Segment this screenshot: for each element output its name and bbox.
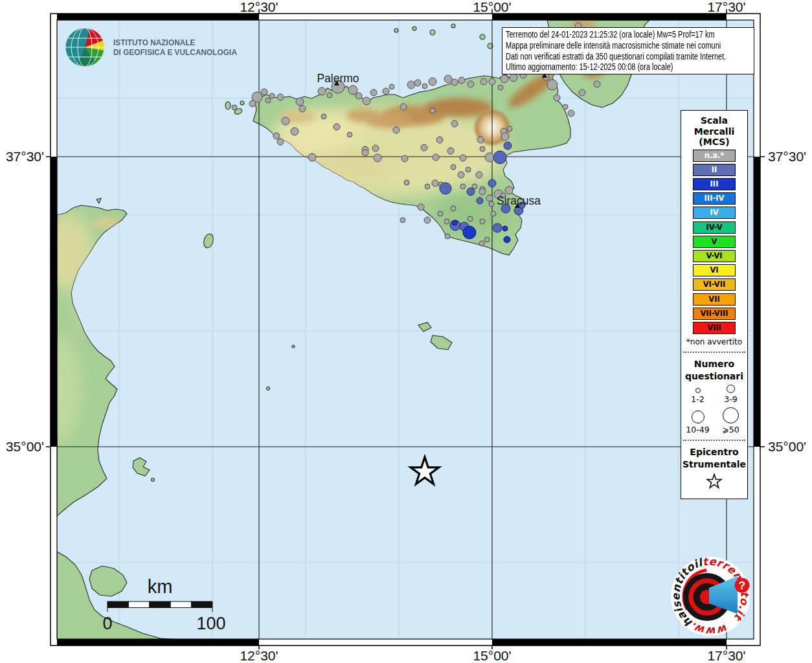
intensity-dot-na xyxy=(277,139,284,145)
mcs-scale-swatches: n.a.*IIIIIIII-IVIVIV-VVV-VIVIVI-VIIVIIVI… xyxy=(681,150,747,334)
ingv-line2: DI GEOFISICA E VULCANOLOGIA xyxy=(113,47,237,58)
intensity-dot-na xyxy=(501,133,509,140)
mcs-swatch-iiiiv: III-IV xyxy=(693,192,736,205)
legend-divider xyxy=(683,352,745,353)
size-circle-icon xyxy=(723,407,739,423)
intensity-dot-III xyxy=(502,226,508,231)
intensity-dot-na xyxy=(480,219,485,224)
scalebar-unit: km xyxy=(148,576,173,597)
intensity-dot-na xyxy=(476,172,482,178)
marettimo-island xyxy=(225,102,231,109)
size-circle-icon xyxy=(727,385,735,393)
mcs-swatch-iv: IV xyxy=(693,207,736,219)
intensity-dot-na xyxy=(460,184,466,189)
intensity-dot-na xyxy=(563,104,568,109)
mcs-swatch-viiviii: VII-VIII xyxy=(693,308,736,320)
mcs-swatch-viii: VIII xyxy=(693,322,736,334)
epicenter-title: Epicentro Strumentale xyxy=(681,446,747,471)
epicenter-title-line: Strumentale xyxy=(681,458,747,471)
intensity-dot-na xyxy=(418,204,424,210)
intensity-dot-na xyxy=(407,81,415,89)
intensity-dot-na xyxy=(480,78,487,85)
intensity-dot-na xyxy=(265,98,271,103)
size-circle-icon xyxy=(692,410,705,423)
city-label: Palermo xyxy=(317,72,359,85)
questionnaire-title: Numero questionari xyxy=(681,358,747,383)
aeolian-island xyxy=(412,27,416,30)
intensity-dot-na xyxy=(401,155,408,162)
intensity-dot-na xyxy=(568,110,574,117)
intensity-dot-II xyxy=(477,197,483,204)
lat-tick-left: 35°00' xyxy=(6,439,44,455)
lon-tick-bottom: 17°30' xyxy=(707,648,745,663)
lampedusa-islet xyxy=(267,387,270,390)
aeolian-island xyxy=(430,30,435,35)
legend-divider xyxy=(683,440,745,441)
lon-tick-bottom: 12°30' xyxy=(240,648,278,663)
info-line-event: Terremoto del 24-01-2023 21:25:32 (ora l… xyxy=(506,29,750,40)
questionnaire-size-item: ⩾50 xyxy=(714,407,747,434)
ingv-globe-icon xyxy=(64,27,106,68)
size-label: 1-2 xyxy=(691,394,704,404)
intensity-dot-na xyxy=(505,186,513,194)
intensity-dot-na xyxy=(363,97,370,105)
legend-title: Scala Mercalli (MCS) xyxy=(681,115,747,148)
scalebar-start: 0 xyxy=(102,614,112,633)
intensity-dot-na xyxy=(321,114,326,119)
intensity-dot-na xyxy=(383,88,389,95)
intensity-dot-na xyxy=(277,94,284,100)
legend-title-line: (MCS) xyxy=(681,137,747,148)
questionnaire-title-line: questionari xyxy=(681,370,747,383)
intensity-dot-na xyxy=(491,211,496,216)
intensity-dot-na xyxy=(348,85,357,95)
intensity-dot-na xyxy=(484,237,490,242)
map-stage: PalermoMessinaSiracusa km 0 100 www.ha xyxy=(0,0,812,663)
intensity-dot-na xyxy=(547,80,558,90)
mcs-swatch-vvi: V-VI xyxy=(693,250,736,262)
aeolian-island xyxy=(480,34,485,39)
intensity-dot-na xyxy=(594,81,600,87)
intensity-dot-na xyxy=(458,172,464,178)
intensity-dot-na xyxy=(424,217,431,223)
lat-tick-right: 35°00' xyxy=(768,439,806,455)
intensity-dot-na xyxy=(370,89,377,96)
intensity-dot-na xyxy=(579,89,585,96)
mcs-swatch-vii: VII xyxy=(693,293,736,306)
intensity-dot-na xyxy=(273,133,280,139)
mcs-swatch-vi: VI xyxy=(693,264,736,276)
mcs-swatch-vivii: VI-VII xyxy=(693,278,736,291)
intensity-dot-na xyxy=(451,164,456,170)
questionnaire-size-item: 1-2 xyxy=(681,385,714,404)
info-line-maptype: Mappa preliminare delle intensità macros… xyxy=(506,40,750,51)
intensity-dot-III xyxy=(504,236,510,243)
questionnaire-size-item: 10-49 xyxy=(681,407,714,434)
intensity-dot-na xyxy=(477,137,484,143)
intensity-dot-na xyxy=(249,100,256,107)
mcs-swatch-v: V xyxy=(693,236,736,248)
intensity-dot-na xyxy=(480,146,485,152)
legend-panel: Scala Mercalli (MCS) n.a.*IIIIIIII-IVIVI… xyxy=(681,110,748,499)
intensity-dot-na xyxy=(404,180,409,185)
lon-tick-top: 15°00' xyxy=(473,0,511,15)
intensity-dot-II xyxy=(504,142,512,150)
intensity-dot-na xyxy=(433,154,439,161)
aeolian-island xyxy=(451,24,455,28)
info-line-source: Dati non verificati estratti da 350 ques… xyxy=(506,51,750,62)
scalebar-end: 100 xyxy=(196,614,225,633)
intensity-dot-na xyxy=(479,188,486,195)
intensity-dot-na xyxy=(374,154,381,162)
intensity-dot-na xyxy=(479,241,484,246)
lat-tick-right: 37°30' xyxy=(768,149,806,164)
city-label: Siracusa xyxy=(497,194,541,207)
intensity-dot-na xyxy=(485,153,494,162)
intensity-dot-na xyxy=(389,84,394,89)
earthquake-info-box: Terremoto del 24-01-2023 21:25:32 (ora l… xyxy=(502,27,754,74)
ingv-line1: ISTITUTO NAZIONALE xyxy=(113,38,237,48)
intensity-dot-na xyxy=(466,167,471,172)
intensity-dot-na xyxy=(355,93,362,99)
intensity-dot-na xyxy=(451,120,458,127)
questionnaire-title-line: Numero xyxy=(681,358,747,370)
intensity-dot-na xyxy=(438,211,443,216)
intensity-dot-na xyxy=(269,93,275,98)
lon-tick-top: 17°30' xyxy=(707,0,745,15)
